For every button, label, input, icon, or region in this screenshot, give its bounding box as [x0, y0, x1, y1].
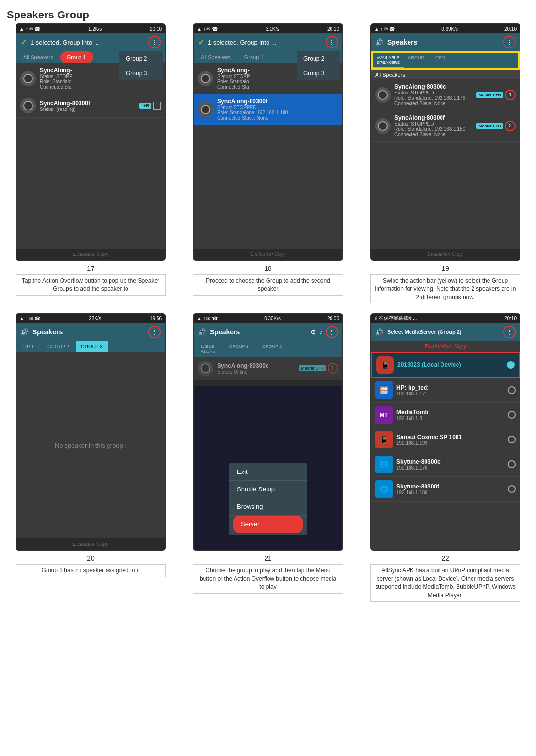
dropdown-group2-18[interactable]: Group 2 [297, 51, 340, 66]
media-server-name-22-3: Sansui Cosmic SP 1001 [396, 434, 462, 441]
media-server-item-22-1[interactable]: 🪟 HP: hp_ted: 192.168.1.171 [371, 378, 520, 403]
tab-all-speakers-17[interactable]: All Speakers [16, 51, 60, 63]
speaker-status-19-1: Status: STOPPED [394, 121, 474, 126]
dropdown-group3-17[interactable]: Group 3 [119, 66, 163, 80]
media-server-icon-22-4: 🌐 [375, 456, 393, 473]
number-badge-19-0: 1 [505, 90, 516, 100]
speaker-item-17-1[interactable]: SyncAlong-80300f Status: (reading) L+R [16, 94, 165, 118]
speaker-status-19-0: Status: STOPPED [394, 90, 474, 95]
speaker-icon-17-1 [20, 98, 36, 113]
dropdown-17: Group 2 Group 3 [119, 51, 163, 80]
row-1: ▲ ↑ ✉ ☎ 1.2K/s 20:10 ✓ 1 selected. Group… [5, 23, 531, 303]
tab-group1-17[interactable]: Group 1 [60, 51, 93, 63]
tab-group1-21[interactable]: GROUP 1 [222, 341, 255, 357]
dropdown-group3-18[interactable]: Group 3 [297, 66, 340, 80]
menu-exit-21[interactable]: Exit [229, 463, 307, 481]
media-server-ip-22-4: 192.168.1.176 [396, 465, 441, 471]
speaker-item-21-0[interactable]: SyncAlong-80300c Status: Offline Master … [194, 357, 342, 380]
three-dots-19[interactable]: ⋮ [503, 36, 516, 48]
speaker-icon-21-0 [198, 361, 213, 376]
media-server-item-22-5[interactable]: 🌐 Skytune-80300f 192.168.1.180 [371, 477, 520, 502]
media-server-item-22-4[interactable]: 🌐 Skytune-80300c 192.168.1.176 [371, 452, 520, 477]
speaker-status-17-1: Status: (reading) [40, 107, 137, 112]
gear-icon-21[interactable]: ⚙ [310, 328, 316, 336]
caption-area-21: 21 Choose the group to play and then tap… [193, 554, 343, 593]
speaker-list-19: SyncAlong-80300c Status: STOPPED Role: S… [371, 79, 520, 249]
tab-up1-20[interactable]: UP 1 [16, 341, 41, 352]
speaker-item-19-0[interactable]: SyncAlong-80300c Status: STOPPED Role: S… [371, 79, 520, 110]
footer-19: Evaluation Copy [371, 249, 520, 260]
media-server-icon-22-1: 🪟 [375, 381, 393, 399]
three-dots-21[interactable]: ⋮ [326, 326, 338, 338]
speaker-item-19-1[interactable]: SyncAlong-80300f Status: STOPPED Role: S… [371, 110, 520, 142]
page-container: Speakers Group ▲ ↑ ✉ ☎ 1.2K/s 20:10 ✓ 1 … [0, 0, 536, 616]
media-server-info-22-2: MediaTomb 192.168.1.8 [396, 409, 428, 421]
status-left-icons-19: ▲ ↑ ✉ ☎ [374, 26, 395, 32]
radio-22-3[interactable] [508, 436, 516, 443]
three-dots-20[interactable]: ⋮ [148, 326, 161, 338]
phone-screen-20: ▲ ↑ ✉ ☎ 23K/s 19:56 🔊 Speakers ⋮ UP 1 GR… [16, 313, 166, 551]
tab-group1-18[interactable]: Group 1 [237, 51, 270, 63]
status-bar-19: ▲ ↑ ✉ ☎ 0.69K/s 20:10 [371, 24, 520, 33]
media-server-ip-22-3: 192.168.1.193 [396, 441, 462, 446]
app-title-22: Select MediaServer (Group 2) [387, 329, 461, 335]
status-bar-20: ▲ ↑ ✉ ☎ 23K/s 19:56 [16, 314, 165, 323]
speaker-app-icon-21: 🔊 [198, 328, 206, 336]
radio-22-2[interactable] [508, 411, 516, 419]
three-dots-17[interactable]: ⋮ [148, 36, 161, 48]
sub-tab-19: All Speakers [371, 70, 520, 79]
three-dots-22[interactable]: ⋮ [503, 326, 516, 338]
status-time-17: 20:10 [150, 26, 162, 32]
media-server-item-22-2[interactable]: MT MediaTomb 192.168.1.8 [371, 403, 520, 427]
radio-22-0[interactable] [507, 361, 515, 369]
caption-text-21: Choose the group to play and then tap th… [193, 564, 343, 593]
speaker-badge-17-1: L+R [139, 103, 151, 109]
status-time-21: 20:00 [327, 316, 339, 321]
tab-available-speakers-19[interactable]: AVAILABLESPEAKERS [373, 53, 404, 68]
phone-screen-22: 正在保存屏幕截图... 20:10 🔊 Select MediaServer (… [370, 313, 520, 551]
badge-19-1: Master L+R [476, 123, 503, 129]
media-server-item-22-0[interactable]: 📱 2013023 (Local Device) [371, 352, 520, 378]
menu-shuttle-21[interactable]: Shuttle Setup [229, 481, 307, 498]
speaker-info-17-1: SyncAlong-80300f Status: (reading) [40, 100, 137, 112]
caption-number-20: 20 [16, 554, 166, 562]
tab-all-speakers-18[interactable]: All Speakers [194, 51, 237, 63]
media-server-info-22-0: 2013023 (Local Device) [397, 362, 461, 368]
dropdown-group2-17[interactable]: Group 2 [119, 51, 163, 66]
menu-browsing-21[interactable]: Browsing [229, 498, 307, 516]
tab-group2-20[interactable]: GROUP 2 [41, 341, 76, 352]
speaker-status-18-1: Status: STOPPED [217, 105, 338, 110]
number-badge-21-0: 1 [328, 363, 338, 374]
caption-text-17: Tap the Action Overflow button to pop up… [16, 274, 166, 296]
radio-22-4[interactable] [508, 460, 516, 468]
tab-group2-21[interactable]: GROUP 2 [255, 341, 288, 357]
speaker-info-19-0: SyncAlong-80300c Status: STOPPED Role: S… [394, 83, 474, 106]
status-bar-18: ▲ ↑ ✉ ☎ 3.1K/s 20:10 [194, 24, 342, 33]
caption-area-17: 17 Tap the Action Overflow button to pop… [16, 265, 166, 296]
header-left-20: 🔊 Speakers [20, 328, 63, 336]
three-dots-18[interactable]: ⋮ [326, 36, 338, 48]
eval-copy-22: Evaluation Copy [371, 341, 520, 352]
radio-22-5[interactable] [508, 485, 516, 493]
speaker-app-icon-22: 🔊 [375, 328, 383, 336]
app-header-20: 🔊 Speakers ⋮ [16, 323, 165, 341]
checkbox-17-1[interactable] [153, 102, 161, 110]
tab-group3-20[interactable]: GROUP 3 [76, 341, 108, 352]
menu-server-21[interactable]: Server [233, 516, 303, 533]
checkmark-17[interactable]: ✓ [20, 38, 27, 47]
speaker-role-19-0: Role: Standalone, 192.168.1.176 [394, 95, 474, 101]
media-server-item-22-3[interactable]: 📱 Sansui Cosmic SP 1001 192.168.1.193 [371, 427, 520, 452]
tab-group1-19[interactable]: GROUP 1 [404, 53, 431, 68]
tab-lable-21[interactable]: LABLEAKERS [194, 341, 222, 357]
status-bar-21: ▲ ↑ ✉ ☎ 0.30K/s 20:00 [194, 314, 342, 323]
checkmark-18[interactable]: ✓ [198, 38, 204, 47]
speaker-item-18-1[interactable]: SyncAlong-80300f Status: STOPPED Role: S… [194, 94, 342, 125]
speaker-list-21: SyncAlong-80300c Status: Offline Master … [194, 357, 342, 380]
speaker-slave-18-0: Connected Sla [217, 84, 338, 90]
tab-bar-19: AVAILABLESPEAKERS GROUP 1 GRO [371, 51, 520, 70]
tab-gro-19[interactable]: GRO [431, 53, 449, 68]
radio-22-1[interactable] [508, 386, 516, 394]
speaker-app-icon-20: 🔊 [20, 328, 29, 336]
media-server-info-22-5: Skytune-80300f 192.168.1.180 [396, 483, 439, 495]
music-icon-21[interactable]: ♪ [319, 328, 323, 336]
